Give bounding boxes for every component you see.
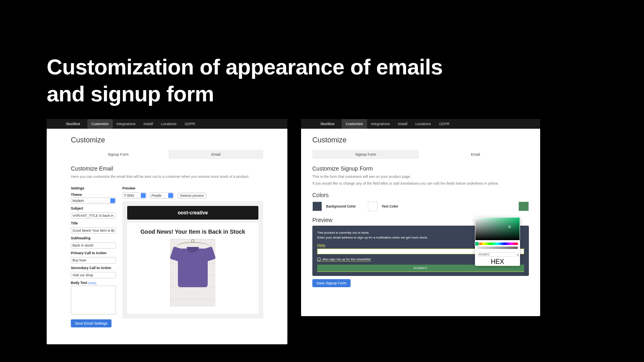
preview-variant-select[interactable]: Purple bbox=[150, 192, 174, 199]
nav-install[interactable]: Install bbox=[394, 119, 412, 129]
navbar: Stockbot Customize Integrations Install … bbox=[47, 119, 287, 129]
description-line2: If you would like to change any of the f… bbox=[312, 181, 529, 187]
nav-install[interactable]: Install bbox=[140, 119, 157, 129]
description-line1: This is the form that customers will see… bbox=[312, 174, 529, 180]
nav-customize[interactable]: Customize bbox=[342, 119, 367, 129]
bg-color-label: Background Color bbox=[326, 204, 356, 208]
title-input[interactable] bbox=[71, 227, 116, 234]
hex-stepper-icon[interactable]: ▴▾ bbox=[517, 253, 519, 257]
hanger-icon bbox=[171, 239, 215, 288]
refresh-preview-button[interactable]: Refresh preview bbox=[178, 193, 206, 199]
body-text-label: Body Text (help) bbox=[71, 281, 116, 285]
preview-product-select[interactable]: T-Shirt bbox=[122, 192, 147, 199]
nav-brand[interactable]: Stockbot bbox=[320, 122, 334, 126]
save-email-button[interactable]: Save Email Settings bbox=[71, 319, 111, 327]
subject-label: Subject bbox=[71, 206, 116, 210]
tab-signup-form[interactable]: Signup Form bbox=[312, 150, 419, 159]
color-picker[interactable]: ▴▾ HEX bbox=[475, 217, 520, 266]
save-signup-button[interactable]: Save Signup Form bbox=[312, 279, 351, 287]
navbar: Stockbot Customize Integrations Install … bbox=[301, 119, 540, 129]
theme-label: Theme bbox=[71, 193, 116, 197]
email-title: Good News! Your Item is Back in Stock bbox=[133, 228, 253, 235]
secondary-cta-input[interactable] bbox=[71, 272, 116, 278]
page-title: Customize bbox=[312, 136, 529, 144]
color-hue-knob[interactable] bbox=[475, 241, 479, 246]
color-hex-input[interactable] bbox=[477, 252, 516, 257]
slide-heading-line1: Customization of appearance of emails bbox=[47, 54, 443, 79]
color-sv-handle[interactable] bbox=[508, 226, 511, 228]
hex-label: HEX bbox=[491, 258, 504, 265]
email-preview: oost-creative Good News! Your Item is Ba… bbox=[122, 201, 263, 319]
tab-email[interactable]: Email bbox=[422, 150, 529, 159]
tab-signup-form[interactable]: Signup Form bbox=[71, 150, 165, 159]
nav-integrations[interactable]: Integrations bbox=[367, 119, 394, 129]
section-heading: Customize Signup Form bbox=[312, 165, 529, 172]
title-label: Title bbox=[71, 221, 116, 225]
tab-email[interactable]: Email bbox=[169, 150, 263, 159]
theme-select[interactable]: Modern bbox=[71, 197, 116, 204]
nav-locations[interactable]: Locations bbox=[157, 119, 181, 129]
text-color-label: Text Color bbox=[382, 204, 398, 208]
product-image bbox=[170, 239, 215, 306]
newsletter-checkbox[interactable]: Also sign me up for the newsletter bbox=[317, 257, 371, 261]
page-title: Customize bbox=[71, 136, 263, 144]
nav-gdpr[interactable]: GDPR bbox=[181, 119, 199, 129]
nav-brand[interactable]: Stockbot bbox=[66, 122, 80, 126]
nav-gdpr[interactable]: GDPR bbox=[435, 119, 454, 129]
preview-header: Preview bbox=[122, 186, 263, 190]
body-text-area[interactable] bbox=[71, 286, 116, 315]
subheading-input[interactable] bbox=[71, 242, 116, 249]
section-heading: Customize Email bbox=[71, 165, 263, 172]
screenshot-signup-customize: Stockbot Customize Integrations Install … bbox=[301, 119, 540, 316]
email-brand-header: oost-creative bbox=[127, 206, 258, 220]
tabbar: Signup Form Email bbox=[71, 150, 263, 159]
nav-customize[interactable]: Customize bbox=[87, 119, 113, 129]
bg-color-swatch[interactable] bbox=[312, 202, 322, 211]
primary-cta-label: Primary Call to Action bbox=[71, 251, 116, 255]
settings-header: Settings bbox=[71, 186, 116, 190]
color-hue-slider[interactable] bbox=[477, 243, 518, 245]
subheading-label: Subheading bbox=[71, 236, 116, 240]
screenshot-email-customize: Stockbot Customize Integrations Install … bbox=[47, 119, 287, 344]
color-saturation-area[interactable] bbox=[475, 218, 520, 240]
nav-integrations[interactable]: Integrations bbox=[113, 119, 140, 129]
text-color-swatch[interactable] bbox=[368, 202, 378, 211]
nav-locations[interactable]: Locations bbox=[411, 119, 435, 129]
section-description: Here you can customize the email that wi… bbox=[71, 174, 263, 180]
colors-heading: Colors bbox=[312, 192, 529, 198]
tshirt-illustration bbox=[171, 244, 215, 288]
accent-color-swatch[interactable] bbox=[518, 202, 529, 211]
subject-input[interactable] bbox=[71, 212, 116, 219]
secondary-cta-label: Secondary Call to Action bbox=[71, 266, 116, 270]
tabbar: Signup Form Email bbox=[312, 150, 529, 159]
primary-cta-input[interactable] bbox=[71, 257, 116, 263]
email-field-label[interactable]: EMAIL bbox=[317, 244, 326, 247]
slide-heading-line2: and signup form bbox=[47, 81, 214, 106]
body-help-link[interactable]: (help) bbox=[88, 281, 96, 285]
color-alpha-slider[interactable] bbox=[477, 247, 518, 249]
